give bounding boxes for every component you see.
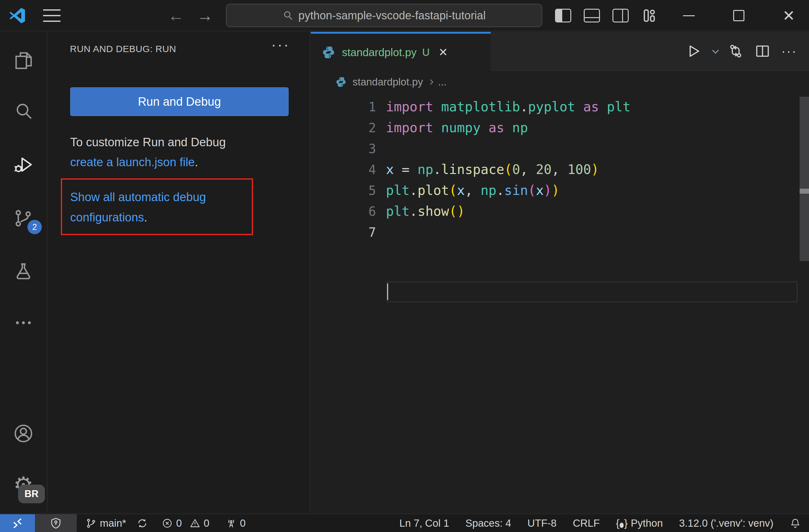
errors-count: 0 <box>176 517 182 529</box>
minimize-button[interactable] <box>679 0 698 31</box>
sidebar-item-run-and-debug[interactable] <box>0 147 47 182</box>
accounts-button[interactable] <box>0 416 47 450</box>
split-editor-button[interactable] <box>754 43 771 59</box>
line-number: 4 <box>311 162 376 177</box>
python-file-icon <box>335 76 347 88</box>
maximize-button[interactable] <box>729 0 748 31</box>
python-file-icon <box>321 45 336 59</box>
sidebar-item-search[interactable] <box>0 94 47 128</box>
git-branch-status[interactable]: main* <box>85 517 126 529</box>
python-interpreter-status[interactable]: 3.12.0 ('.venv': venv) <box>679 517 773 529</box>
navigate-forward-button[interactable]: → <box>195 0 214 31</box>
code-lines: 1import matplotlib.pyplot as plt2import … <box>311 96 809 243</box>
views-and-more-actions-button[interactable]: ··· <box>271 36 290 53</box>
line-number: 2 <box>311 121 376 135</box>
explorer-icon <box>13 50 34 70</box>
launch-suffix: . <box>195 156 198 169</box>
text-cursor <box>387 283 388 300</box>
remote-icon <box>11 517 24 530</box>
run-python-file-button[interactable] <box>686 43 702 59</box>
indentation-status[interactable]: Spaces: 4 <box>465 517 511 529</box>
search-icon <box>13 101 34 122</box>
editor-group: standardplot.py U ✕ ··· standardplot.py … <box>311 32 809 513</box>
line-number: 5 <box>311 183 376 198</box>
code-text: import numpy as np <box>386 120 528 135</box>
create-launch-json-link[interactable]: create a launch.json file <box>70 156 195 169</box>
run-and-debug-sidebar: RUN AND DEBUG: RUN ··· Run and Debug To … <box>48 32 310 513</box>
tab-label: standardplot.py <box>342 46 416 59</box>
close-button[interactable]: ✕ <box>779 0 798 31</box>
search-icon <box>282 10 294 21</box>
command-center-search[interactable]: python-sample-vscode-fastapi-tutorial <box>226 4 542 27</box>
cursor-position-status[interactable]: Ln 7, Col 1 <box>399 517 449 529</box>
tab-standardplot-py[interactable]: standardplot.py U ✕ <box>311 32 491 71</box>
ports-count: 0 <box>240 517 245 529</box>
sidebar-item-source-control[interactable]: 2 <box>0 201 47 235</box>
radio-tower-icon <box>226 518 237 529</box>
menu-hamburger-icon[interactable] <box>43 10 61 22</box>
code-line[interactable]: 4x = np.linspace(0, 20, 100) <box>311 159 809 180</box>
braces-icon: {} <box>616 517 628 529</box>
sidebar-title: RUN AND DEBUG: RUN <box>70 44 176 54</box>
source-control-badge: 2 <box>28 220 42 234</box>
code-line[interactable]: 2import numpy as np <box>311 117 809 138</box>
bell-icon <box>790 518 801 529</box>
show-automatic-debug-configurations-link[interactable]: Show all automatic debug configurations <box>70 191 206 224</box>
open-changes-icon[interactable] <box>727 43 744 59</box>
run-and-debug-button[interactable]: Run and Debug <box>70 87 289 116</box>
code-line[interactable]: 1import matplotlib.pyplot as plt <box>311 96 809 117</box>
title-bar: ← → python-sample-vscode-fastapi-tutoria… <box>0 0 809 31</box>
activity-bar: 2 ⚙ BR <box>0 32 48 513</box>
vertical-scrollbar[interactable] <box>799 97 809 261</box>
overview-ruler-cursor-marker <box>799 189 809 194</box>
eol-status[interactable]: CRLF <box>573 517 600 529</box>
navigate-back-button[interactable]: ← <box>166 0 186 31</box>
more-actions-button[interactable]: ··· <box>781 44 797 59</box>
language-name: Python <box>631 517 663 529</box>
sidebar-item-testing[interactable] <box>0 254 47 288</box>
warnings-icon <box>189 518 201 529</box>
workspace-trust-button[interactable] <box>35 514 77 532</box>
customize-layout-icon <box>641 7 658 24</box>
line-number: 6 <box>311 204 376 218</box>
sidebar-item-explorer[interactable] <box>0 43 47 77</box>
ports-status[interactable]: 0 <box>226 517 245 529</box>
intro-text: To customize Run and Debug <box>70 136 226 149</box>
breadcrumb-more[interactable]: ... <box>438 76 447 88</box>
activity-bar-more-actions[interactable] <box>0 306 47 340</box>
customize-layout-button[interactable] <box>640 6 658 25</box>
language-mode-status[interactable]: {} Python <box>616 517 663 529</box>
code-line[interactable]: 7 <box>311 222 809 243</box>
shield-icon <box>50 517 62 530</box>
code-line[interactable]: 5plt.plot(x, np.sin(x)) <box>311 180 809 201</box>
sync-changes-button[interactable] <box>137 518 148 529</box>
code-line[interactable]: 6plt.show() <box>311 201 809 222</box>
close-tab-icon[interactable]: ✕ <box>438 46 448 59</box>
modified-indicator: U <box>422 47 430 58</box>
code-line[interactable]: 3 <box>311 138 809 159</box>
auto-debug-paragraph: Show all automatic debug configurations. <box>70 187 245 228</box>
toggle-panel-button[interactable] <box>583 6 601 25</box>
line-number: 1 <box>311 100 376 114</box>
account-icon <box>13 423 34 444</box>
settings-gear-button[interactable]: ⚙ BR <box>0 468 47 502</box>
notifications-bell-button[interactable] <box>790 518 801 529</box>
run-dropdown-chevron-icon[interactable] <box>712 47 719 54</box>
search-value: python-sample-vscode-fastapi-tutorial <box>298 9 485 22</box>
git-branch-icon <box>85 518 97 529</box>
warnings-count: 0 <box>204 517 209 529</box>
status-bar: main* 0 0 0 Ln 7, Col 1 Spaces: 4 UTF-8 … <box>0 514 809 532</box>
code-text: import matplotlib.pyplot as plt <box>386 99 631 114</box>
profile-badge: BR <box>18 484 45 503</box>
problems-status[interactable]: 0 0 <box>161 517 209 529</box>
toggle-secondary-sidebar-button[interactable] <box>612 6 630 25</box>
errors-icon <box>161 518 173 529</box>
sync-icon <box>137 518 148 529</box>
toggle-primary-sidebar-button[interactable] <box>554 6 572 25</box>
breadcrumb-file[interactable]: standardplot.py <box>352 76 423 88</box>
status-bar-right: Ln 7, Col 1 Spaces: 4 UTF-8 CRLF {} Pyth… <box>399 517 809 529</box>
line-number: 7 <box>311 225 376 240</box>
remote-indicator-button[interactable] <box>0 514 35 532</box>
encoding-status[interactable]: UTF-8 <box>527 517 556 529</box>
code-editor[interactable]: 1import matplotlib.pyplot as plt2import … <box>311 92 809 513</box>
